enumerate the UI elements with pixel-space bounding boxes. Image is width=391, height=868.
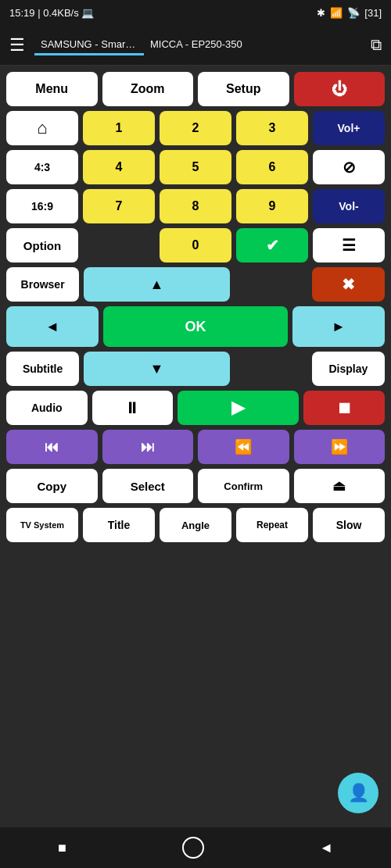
bottom-nav-bar: ■ ◄ [0,827,391,868]
row-browser: Browser ▲ ✖ [6,267,385,302]
row-456: 4:3 4 5 6 ⊘ [6,150,385,184]
close-button[interactable]: ✖ [312,267,385,302]
no-symbol-button[interactable]: ⊘ [313,150,385,184]
num-6-button[interactable]: 6 [236,150,308,184]
copy-button[interactable]: Copy [6,469,98,503]
row-skip: ⏮ ⏭ ⏪ ⏩ [6,430,385,464]
person-icon: 👤 [348,783,369,803]
num-5-button[interactable]: 5 [160,150,231,184]
remote-container: Menu Zoom Setup ⏻ ⌂ 1 2 3 Vol+ 4:3 4 5 6… [0,66,391,827]
row-tv-system: TV System Title Angle Repeat Slow [6,508,385,542]
status-icons: ✱ 📶 📡 [31] [317,7,382,19]
repeat-button[interactable]: Repeat [236,508,308,542]
status-time-data: 15:19 | 0.4KB/s 💻 [9,7,94,19]
browser-button[interactable]: Browser [6,267,79,302]
vol-plus-button[interactable]: Vol+ [313,111,385,145]
select-button[interactable]: Select [102,469,194,503]
nav-tabs: SAMSUNG - SmartRe MICCA - EP250-350 [34,35,371,55]
aspect-43-button[interactable]: 4:3 [6,150,78,184]
num-7-button[interactable]: 7 [83,189,155,223]
check-button[interactable]: ✔ [236,228,308,263]
row-copy: Copy Select Confirm ⏏ [6,469,385,503]
zoom-button[interactable]: Zoom [102,72,194,106]
battery-icon: [31] [364,7,382,19]
signal-icon: 📶 [330,7,343,19]
row-audio: Audio ⏸ ▶ ⏹ [6,391,385,425]
confirm-button[interactable]: Confirm [198,469,289,503]
fast-forward-button[interactable]: ⏩ [294,430,386,464]
left-arrow-button[interactable]: ◄ [6,306,99,347]
status-bar: 15:19 | 0.4KB/s 💻 ✱ 📶 📡 [31] [0,0,391,25]
num-3-button[interactable]: 3 [236,111,308,145]
nav-back-button[interactable]: ◄ [319,840,333,856]
num-9-button[interactable]: 9 [236,189,308,223]
menu-button[interactable]: Menu [6,72,98,106]
row-menu: Menu Zoom Setup ⏻ [6,72,385,106]
num-0-button[interactable]: 0 [160,228,231,263]
rewind-button[interactable]: ⏪ [198,430,289,464]
ok-button[interactable]: OK [103,306,288,347]
num-2-button[interactable]: 2 [160,111,231,145]
nav-square-button[interactable]: ■ [58,840,66,856]
row-option: Option 0 ✔ ☰ [6,228,385,263]
fab-button[interactable]: 👤 [338,773,378,813]
skip-to-start-button[interactable]: ⏮ [6,430,98,464]
play-button[interactable]: ▶ [178,391,299,425]
num-4-button[interactable]: 4 [83,150,155,184]
bluetooth-icon: ✱ [317,7,325,19]
audio-button[interactable]: Audio [6,391,88,425]
row-789: 16:9 7 8 9 Vol- [6,189,385,223]
skip-to-end-button[interactable]: ⏭ [102,430,194,464]
stop-button[interactable]: ⏹ [303,391,385,425]
nav-circle-button[interactable] [182,837,204,859]
row-subtitle: Subtitle ▼ Display [6,352,385,386]
pause-button[interactable]: ⏸ [92,391,174,425]
tab-micca[interactable]: MICCA - EP250-350 [144,35,249,55]
hamburger-icon[interactable]: ☰ [9,35,25,55]
subtitle-button[interactable]: Subtitle [6,352,79,386]
eject-button[interactable]: ⏏ [294,469,386,503]
display-button[interactable]: Display [312,352,385,386]
aspect-169-button[interactable]: 16:9 [6,189,78,223]
up-arrow-button[interactable]: ▲ [84,267,229,302]
angle-button[interactable]: Angle [160,508,231,542]
nav-bar: ☰ SAMSUNG - SmartRe MICCA - EP250-350 ⧉ [0,25,391,66]
down-arrow-button[interactable]: ▼ [84,352,229,386]
num-8-button[interactable]: 8 [160,189,231,223]
num-1-button[interactable]: 1 [83,111,155,145]
copy-window-icon[interactable]: ⧉ [371,36,382,54]
vol-minus-button[interactable]: Vol- [313,189,385,223]
home-button[interactable]: ⌂ [6,111,78,145]
wifi-icon: 📡 [347,7,360,19]
title-button[interactable]: Title [83,508,155,542]
setup-button[interactable]: Setup [198,72,289,106]
tab-samsung[interactable]: SAMSUNG - SmartRe [34,35,144,55]
row-ok: ◄ OK ► [6,306,385,347]
option-button[interactable]: Option [6,228,78,263]
tv-system-button[interactable]: TV System [6,508,78,542]
power-button[interactable]: ⏻ [294,72,386,106]
row-123: ⌂ 1 2 3 Vol+ [6,111,385,145]
right-arrow-button[interactable]: ► [292,306,385,347]
list-button[interactable]: ☰ [313,228,385,263]
slow-button[interactable]: Slow [313,508,385,542]
